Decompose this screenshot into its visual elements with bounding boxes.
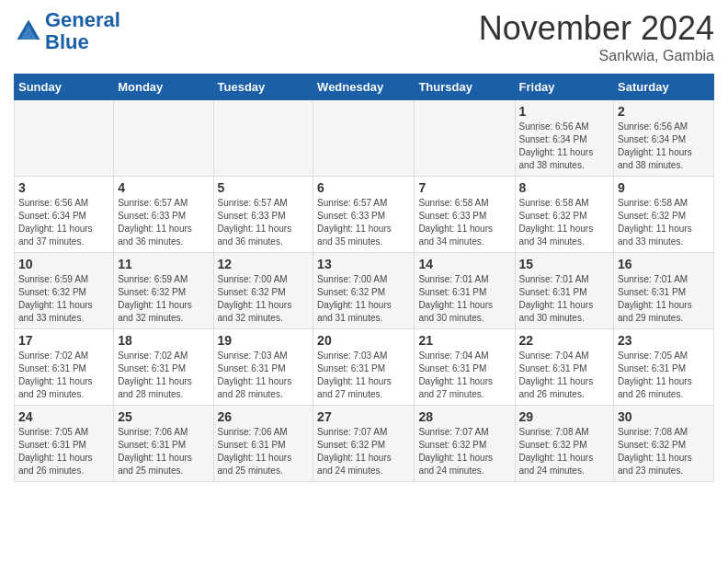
day-info: Sunrise: 6:58 AM Sunset: 6:32 PM Dayligh…	[618, 197, 710, 248]
day-number: 16	[618, 257, 710, 271]
day-number: 24	[18, 409, 109, 424]
day-info: Sunrise: 7:05 AM Sunset: 6:31 PM Dayligh…	[618, 350, 710, 401]
calendar-header: SundayMondayTuesdayWednesdayThursdayFrid…	[15, 75, 714, 100]
day-number: 27	[317, 409, 410, 424]
day-number: 5	[218, 180, 310, 195]
day-number: 29	[519, 409, 610, 424]
day-info: Sunrise: 6:58 AM Sunset: 6:32 PM Dayligh…	[519, 197, 610, 248]
calendar-cell: 19Sunrise: 7:03 AM Sunset: 6:31 PM Dayli…	[213, 329, 313, 406]
calendar-week-row: 10Sunrise: 6:59 AM Sunset: 6:32 PM Dayli…	[15, 253, 714, 329]
calendar-cell: 8Sunrise: 6:58 AM Sunset: 6:32 PM Daylig…	[515, 177, 614, 253]
day-info: Sunrise: 7:02 AM Sunset: 6:31 PM Dayligh…	[18, 350, 109, 401]
calendar-body: 1Sunrise: 6:56 AM Sunset: 6:34 PM Daylig…	[15, 100, 714, 482]
calendar-cell	[213, 100, 313, 177]
day-number: 26	[218, 409, 310, 424]
calendar-cell: 10Sunrise: 6:59 AM Sunset: 6:32 PM Dayli…	[15, 253, 114, 329]
calendar-cell: 15Sunrise: 7:01 AM Sunset: 6:31 PM Dayli…	[515, 253, 614, 329]
day-info: Sunrise: 7:07 AM Sunset: 6:32 PM Dayligh…	[418, 426, 510, 477]
header-row: SundayMondayTuesdayWednesdayThursdayFrid…	[15, 75, 714, 100]
day-info: Sunrise: 7:04 AM Sunset: 6:31 PM Dayligh…	[519, 350, 610, 401]
header-day: Saturday	[614, 75, 714, 100]
day-number: 18	[118, 333, 209, 348]
calendar-cell: 30Sunrise: 7:08 AM Sunset: 6:32 PM Dayli…	[614, 406, 714, 482]
calendar-cell: 25Sunrise: 7:06 AM Sunset: 6:31 PM Dayli…	[114, 406, 213, 482]
day-info: Sunrise: 7:04 AM Sunset: 6:31 PM Dayligh…	[418, 350, 510, 401]
day-number: 12	[218, 257, 310, 271]
calendar-week-row: 1Sunrise: 6:56 AM Sunset: 6:34 PM Daylig…	[15, 100, 714, 177]
day-number: 13	[317, 257, 410, 271]
logo-line1: General	[45, 9, 120, 31]
day-info: Sunrise: 6:57 AM Sunset: 6:33 PM Dayligh…	[118, 197, 209, 248]
calendar-cell: 7Sunrise: 6:58 AM Sunset: 6:33 PM Daylig…	[415, 177, 515, 253]
day-number: 10	[18, 257, 109, 271]
day-info: Sunrise: 7:06 AM Sunset: 6:31 PM Dayligh…	[118, 426, 209, 477]
calendar-cell: 5Sunrise: 6:57 AM Sunset: 6:33 PM Daylig…	[213, 177, 313, 253]
calendar-cell	[313, 100, 415, 177]
day-info: Sunrise: 7:07 AM Sunset: 6:32 PM Dayligh…	[317, 426, 410, 477]
calendar-week-row: 3Sunrise: 6:56 AM Sunset: 6:34 PM Daylig…	[15, 177, 714, 253]
day-info: Sunrise: 7:02 AM Sunset: 6:31 PM Dayligh…	[118, 350, 209, 401]
day-info: Sunrise: 7:01 AM Sunset: 6:31 PM Dayligh…	[618, 273, 710, 325]
calendar-cell: 24Sunrise: 7:05 AM Sunset: 6:31 PM Dayli…	[15, 406, 114, 482]
calendar-table: SundayMondayTuesdayWednesdayThursdayFrid…	[14, 74, 714, 482]
day-info: Sunrise: 7:05 AM Sunset: 6:31 PM Dayligh…	[18, 426, 109, 477]
day-info: Sunrise: 7:01 AM Sunset: 6:31 PM Dayligh…	[519, 273, 610, 325]
day-number: 30	[618, 409, 710, 424]
location: Sankwia, Gambia	[479, 48, 714, 64]
calendar-cell: 29Sunrise: 7:08 AM Sunset: 6:32 PM Dayli…	[515, 406, 614, 482]
day-info: Sunrise: 7:03 AM Sunset: 6:31 PM Dayligh…	[218, 350, 310, 401]
calendar-cell: 23Sunrise: 7:05 AM Sunset: 6:31 PM Dayli…	[614, 329, 714, 406]
page-container: General Blue November 2024 Sankwia, Gamb…	[0, 0, 728, 491]
calendar-cell: 11Sunrise: 6:59 AM Sunset: 6:32 PM Dayli…	[114, 253, 213, 329]
day-info: Sunrise: 6:58 AM Sunset: 6:33 PM Dayligh…	[418, 197, 510, 248]
day-number: 7	[418, 180, 510, 195]
day-number: 22	[519, 333, 610, 348]
day-info: Sunrise: 6:56 AM Sunset: 6:34 PM Dayligh…	[519, 121, 610, 172]
logo: General Blue	[14, 9, 120, 53]
month-title: November 2024	[479, 9, 714, 48]
day-number: 2	[618, 104, 710, 119]
calendar-cell	[15, 100, 114, 177]
calendar-cell: 26Sunrise: 7:06 AM Sunset: 6:31 PM Dayli…	[213, 406, 313, 482]
day-number: 25	[118, 409, 209, 424]
day-number: 21	[418, 333, 510, 348]
logo-text: General Blue	[45, 9, 120, 53]
calendar-cell: 22Sunrise: 7:04 AM Sunset: 6:31 PM Dayli…	[515, 329, 614, 406]
calendar-cell: 1Sunrise: 6:56 AM Sunset: 6:34 PM Daylig…	[515, 100, 614, 177]
calendar-cell: 2Sunrise: 6:56 AM Sunset: 6:34 PM Daylig…	[614, 100, 714, 177]
day-info: Sunrise: 6:59 AM Sunset: 6:32 PM Dayligh…	[18, 273, 109, 325]
day-info: Sunrise: 7:08 AM Sunset: 6:32 PM Dayligh…	[618, 426, 710, 477]
day-info: Sunrise: 6:57 AM Sunset: 6:33 PM Dayligh…	[218, 197, 310, 248]
calendar-cell: 17Sunrise: 7:02 AM Sunset: 6:31 PM Dayli…	[15, 329, 114, 406]
calendar-cell: 6Sunrise: 6:57 AM Sunset: 6:33 PM Daylig…	[313, 177, 415, 253]
header-day: Friday	[515, 75, 614, 100]
day-number: 8	[519, 180, 610, 195]
day-number: 17	[18, 333, 109, 348]
calendar-cell: 18Sunrise: 7:02 AM Sunset: 6:31 PM Dayli…	[114, 329, 213, 406]
day-number: 14	[418, 257, 510, 271]
calendar-cell: 9Sunrise: 6:58 AM Sunset: 6:32 PM Daylig…	[614, 177, 714, 253]
calendar-cell	[415, 100, 515, 177]
header-day: Wednesday	[313, 75, 415, 100]
header-day: Tuesday	[213, 75, 313, 100]
day-number: 19	[218, 333, 310, 348]
calendar-cell: 20Sunrise: 7:03 AM Sunset: 6:31 PM Dayli…	[313, 329, 415, 406]
calendar-week-row: 24Sunrise: 7:05 AM Sunset: 6:31 PM Dayli…	[15, 406, 714, 482]
day-number: 1	[519, 104, 610, 119]
calendar-cell	[114, 100, 213, 177]
calendar-cell: 12Sunrise: 7:00 AM Sunset: 6:32 PM Dayli…	[213, 253, 313, 329]
day-info: Sunrise: 7:06 AM Sunset: 6:31 PM Dayligh…	[218, 426, 310, 477]
calendar-cell: 16Sunrise: 7:01 AM Sunset: 6:31 PM Dayli…	[614, 253, 714, 329]
calendar-cell: 27Sunrise: 7:07 AM Sunset: 6:32 PM Dayli…	[313, 406, 415, 482]
calendar-cell: 21Sunrise: 7:04 AM Sunset: 6:31 PM Dayli…	[415, 329, 515, 406]
calendar-cell: 14Sunrise: 7:01 AM Sunset: 6:31 PM Dayli…	[415, 253, 515, 329]
day-number: 15	[519, 257, 610, 271]
day-info: Sunrise: 6:59 AM Sunset: 6:32 PM Dayligh…	[118, 273, 209, 325]
day-info: Sunrise: 7:00 AM Sunset: 6:32 PM Dayligh…	[218, 273, 310, 325]
calendar-week-row: 17Sunrise: 7:02 AM Sunset: 6:31 PM Dayli…	[15, 329, 714, 406]
header-day: Monday	[114, 75, 213, 100]
title-block: November 2024 Sankwia, Gambia	[479, 9, 714, 64]
day-number: 4	[118, 180, 209, 195]
calendar-cell: 4Sunrise: 6:57 AM Sunset: 6:33 PM Daylig…	[114, 177, 213, 253]
logo-line2: Blue	[45, 31, 120, 53]
